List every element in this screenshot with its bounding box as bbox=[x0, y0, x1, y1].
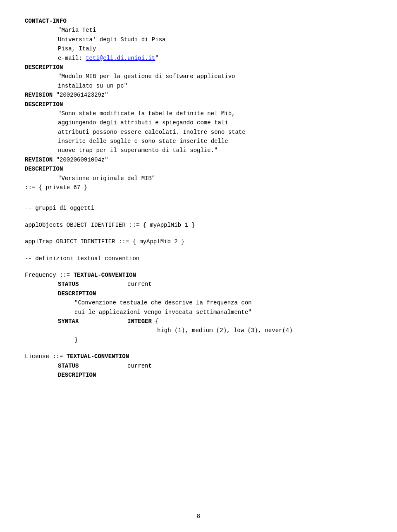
revision-line-1: REVISION "200206142329z" bbox=[25, 90, 372, 100]
description-label-1: DESCRIPTION bbox=[25, 63, 372, 72]
description-label-2: DESCRIPTION bbox=[25, 100, 372, 109]
license-status-line: STATUS current bbox=[58, 361, 372, 370]
desc-d2-1: "Sono state modificate la tabelle defini… bbox=[58, 109, 372, 118]
contact-close-quote: " bbox=[155, 55, 158, 62]
syntax-open: { bbox=[155, 318, 158, 325]
frequency-header: Frequency ::= TEXTUAL-CONVENTION bbox=[25, 271, 372, 280]
assign-private: ::= { private 67 } bbox=[25, 183, 372, 192]
description-label-f: DESCRIPTION bbox=[58, 289, 372, 298]
syntax-label-1: SYNTAX bbox=[58, 318, 79, 325]
desc-d2-2: aggiungendo degli attributi e spiegando … bbox=[58, 118, 372, 127]
comment-definizioni: -- definizioni textual convention bbox=[25, 254, 372, 263]
frequency-status-line: STATUS current bbox=[58, 280, 372, 289]
page-number: 8 bbox=[197, 513, 200, 520]
status-label-1: STATUS bbox=[58, 281, 79, 287]
revision-label-1: REVISION bbox=[25, 92, 53, 98]
status-value-2: current bbox=[127, 363, 152, 369]
appl-trap: applTrap OBJECT IDENTIFIER ::= { myApplM… bbox=[25, 237, 372, 246]
revision-line-2: REVISION "200206091004z" bbox=[25, 155, 372, 164]
syntax-values: high (1), medium (2), low (3), never(4) bbox=[157, 326, 372, 335]
revision-value-1: "200206142329z" bbox=[56, 92, 108, 98]
description-label-l: DESCRIPTION bbox=[58, 370, 372, 380]
license-start: License ::= bbox=[25, 353, 67, 360]
contact-name: "Maria Teti bbox=[58, 26, 372, 35]
desc-d2-5: nuove trap per il superamento di tali so… bbox=[58, 146, 372, 155]
revision-value-2: "200206091004z" bbox=[56, 157, 108, 163]
desc-d3-1: "Versione originale del MIB" bbox=[58, 174, 372, 183]
comment-groups: -- gruppi di oggetti bbox=[25, 204, 372, 213]
revision-label-2: REVISION bbox=[25, 157, 53, 163]
description-text-1: "Modulo MIB per la gestione di software … bbox=[58, 72, 372, 81]
status-label-2: STATUS bbox=[58, 363, 79, 369]
syntax-line: SYNTAX INTEGER { bbox=[58, 317, 372, 326]
contact-university: Universita' degli Studi di Pisa bbox=[58, 35, 372, 44]
frequency-start: Frequency ::= bbox=[25, 272, 74, 278]
description-text-2: installato su un pc" bbox=[58, 81, 372, 90]
contact-email-line: e-mail: teti@cli.di.unipi.it" bbox=[58, 54, 372, 63]
desc-f-1: "Convenzione testuale che descrive la fr… bbox=[74, 298, 372, 307]
license-header: License ::= TEXTUAL-CONVENTION bbox=[25, 352, 372, 361]
description-label-3: DESCRIPTION bbox=[25, 164, 372, 173]
desc-d2-4: inserite delle soglie e sono state inser… bbox=[58, 137, 372, 146]
desc-d2-3: attributi possono essere calcolati. Inol… bbox=[58, 128, 372, 137]
status-value-1: current bbox=[127, 281, 152, 287]
appl-objects: applObjects OBJECT IDENTIFIER ::= { myAp… bbox=[25, 221, 372, 230]
contact-email-link[interactable]: teti@cli.di.unipi.it bbox=[86, 55, 155, 62]
desc-f-2: cui le applicazioni vengo invocata setti… bbox=[74, 308, 372, 317]
contact-email-prefix: e-mail: bbox=[58, 55, 86, 62]
contact-city: Pisa, Italy bbox=[58, 44, 372, 53]
textual-convention-1: TEXTUAL-CONVENTION bbox=[74, 272, 136, 278]
page-content: CONTACT-INFO "Maria Teti Universita' deg… bbox=[25, 17, 372, 380]
textual-convention-2: TEXTUAL-CONVENTION bbox=[67, 353, 129, 360]
syntax-close: } bbox=[74, 335, 372, 344]
integer-label-1: INTEGER bbox=[127, 318, 152, 325]
contact-info-label: CONTACT-INFO bbox=[25, 17, 372, 26]
